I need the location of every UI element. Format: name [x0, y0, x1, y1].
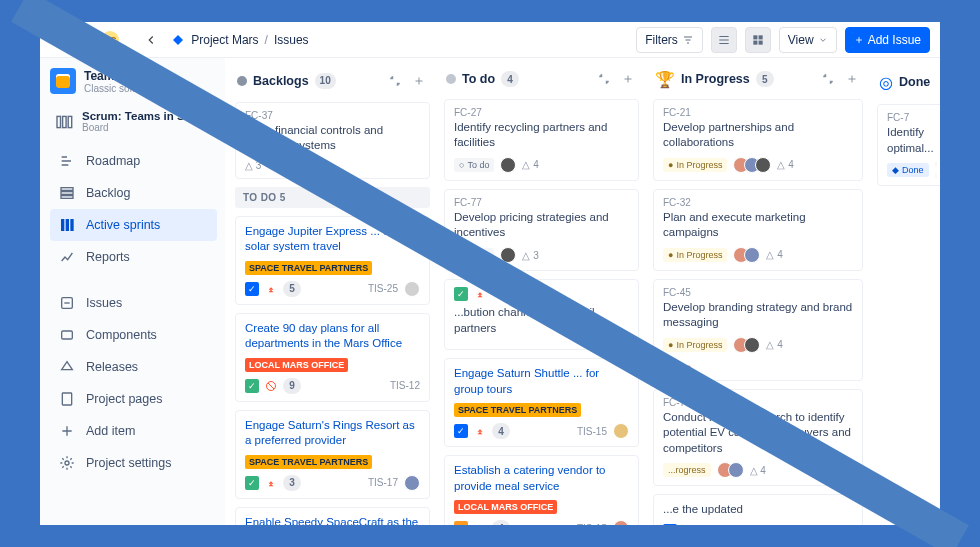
- grid-icon: [751, 33, 765, 47]
- grid-view-button[interactable]: [745, 27, 771, 53]
- svg-rect-10: [61, 219, 64, 231]
- view-button[interactable]: View: [779, 27, 837, 53]
- kanban-board: Backlogs 10 FC-37 ...lish financial cont…: [225, 58, 940, 525]
- arrow-left-icon: [144, 33, 158, 47]
- status-pill: ○ To do: [454, 158, 494, 172]
- board-title: Scrum: Teams in S...: [82, 110, 195, 122]
- checkbox-icon: ↗: [454, 521, 468, 525]
- sidebar-item-components[interactable]: Components: [50, 319, 217, 351]
- issue-card[interactable]: Create 90 day plans for all departments …: [235, 313, 430, 402]
- issue-card[interactable]: FC-45 Develop branding strategy and bran…: [653, 279, 863, 381]
- issues-icon: [58, 294, 76, 312]
- issue-card[interactable]: Enable Speedy SpaceCraft as the preferre…: [235, 507, 430, 525]
- checkbox-icon: ✓: [245, 282, 259, 296]
- issue-key: TIS-25: [368, 283, 398, 294]
- issue-card[interactable]: FC-27 Identify recycling partners and fa…: [444, 99, 639, 181]
- svg-rect-8: [61, 192, 73, 195]
- svg-rect-7: [61, 188, 73, 191]
- issue-id: FC-32: [663, 197, 853, 208]
- issue-card[interactable]: FC-37 ...lish financial controls and rep…: [235, 102, 430, 179]
- sidebar-item-project-settings[interactable]: Project settings: [50, 447, 217, 479]
- sidebar-item-issues[interactable]: Issues: [50, 287, 217, 319]
- project-header[interactable]: Teams in Sp... Classic software pr...: [50, 68, 217, 94]
- issue-card[interactable]: FC-7 Identify optimal... ◆ Done: [877, 104, 940, 186]
- issue-key: TIS-17: [368, 477, 398, 488]
- sidebar-item-label: Add item: [86, 424, 135, 438]
- priority-meta: △ 4: [750, 465, 766, 476]
- board-selector[interactable]: Scrum: Teams in S... Board: [50, 104, 217, 139]
- issue-title: Conduct market research to identify pote…: [663, 410, 853, 457]
- sidebar-item-backlog[interactable]: Backlog: [50, 177, 217, 209]
- status-pill: ◆ Done: [887, 163, 929, 177]
- collapse-icon[interactable]: [386, 72, 404, 90]
- breadcrumb-sep: /: [265, 33, 268, 47]
- issue-title: ...lish financial controls and reporting…: [245, 123, 420, 154]
- checkbox-icon: ✓: [245, 379, 259, 393]
- issue-title: Identify recycling partners and faciliti…: [454, 120, 629, 151]
- back-button[interactable]: [139, 28, 163, 52]
- issue-key: TIS-12: [390, 380, 420, 391]
- collapse-icon[interactable]: [819, 70, 837, 88]
- issue-title: Engage Saturn's Rings Resort as a prefer…: [245, 418, 420, 449]
- add-icon: [58, 422, 76, 440]
- issue-title: Enable Speedy SpaceCraft as the preferre…: [245, 515, 420, 525]
- sidebar-item-label: Roadmap: [86, 154, 140, 168]
- add-issue-button[interactable]: Add Issue: [845, 27, 930, 53]
- sidebar-item-add-item[interactable]: Add item: [50, 415, 217, 447]
- assignee-avatar: [935, 162, 937, 178]
- issue-title: Establish a catering vendor to provide m…: [454, 463, 629, 494]
- priority-highest-icon: [265, 477, 277, 489]
- status-dot-icon: [237, 76, 247, 86]
- issue-card[interactable]: FC-78 Conduct market research to identif…: [653, 389, 863, 487]
- sidebar-item-active-sprints[interactable]: Active sprints: [50, 209, 217, 241]
- sidebar-item-label: Releases: [86, 360, 138, 374]
- issue-card[interactable]: FC-21 Develop partnerships and collabora…: [653, 99, 863, 181]
- priority-meta: △ 4: [766, 339, 782, 350]
- svg-rect-15: [62, 393, 71, 405]
- gear-icon: [58, 454, 76, 472]
- assignee-stack: [733, 337, 760, 353]
- issue-id: FC-45: [663, 287, 853, 298]
- breadcrumb-project[interactable]: Project Mars: [191, 33, 258, 47]
- issue-title: Develop pricing strategies and incentive…: [454, 210, 629, 241]
- breadcrumb: Project Mars / Issues: [171, 33, 308, 47]
- add-card-icon[interactable]: [843, 70, 861, 88]
- svg-rect-9: [61, 196, 73, 199]
- checkbox-icon: ✓: [663, 359, 677, 373]
- sidebar-item-project-pages[interactable]: Project pages: [50, 383, 217, 415]
- board-subtitle: Board: [82, 122, 195, 133]
- add-card-icon[interactable]: [410, 72, 428, 90]
- issue-card[interactable]: Establish a catering vendor to provide m…: [444, 455, 639, 525]
- priority-meta: △ 4: [777, 159, 793, 170]
- project-switcher[interactable]: ...st Mars SG: [50, 31, 119, 49]
- sidebar-item-roadmap[interactable]: Roadmap: [50, 145, 217, 177]
- issue-title: Identify optimal...: [887, 125, 937, 156]
- story-points: 5: [283, 281, 301, 297]
- checkbox-icon: ✓: [454, 424, 468, 438]
- filters-button[interactable]: Filters: [636, 27, 703, 53]
- list-view-button[interactable]: [711, 27, 737, 53]
- collapse-icon[interactable]: [595, 70, 613, 88]
- issue-card[interactable]: FC-32 Plan and execute marketing campaig…: [653, 189, 863, 271]
- sidebar-item-reports[interactable]: Reports: [50, 241, 217, 273]
- issue-card[interactable]: ✓ ...bution channels and retail partners: [444, 279, 639, 350]
- sidebar-item-label: Project settings: [86, 456, 171, 470]
- issue-card[interactable]: ...e the updated ✓: [653, 494, 863, 525]
- svg-point-16: [65, 461, 69, 465]
- breadcrumb-section[interactable]: Issues: [274, 33, 309, 47]
- issue-card[interactable]: Engage Saturn Shuttle ... for group tour…: [444, 358, 639, 447]
- issue-title: ...bution channels and retail partners: [454, 305, 629, 336]
- add-issue-label: Add Issue: [868, 33, 921, 47]
- checkbox-icon: ✓: [454, 287, 468, 301]
- svg-rect-6: [68, 116, 72, 127]
- issue-card[interactable]: Engage Saturn's Rings Resort as a prefer…: [235, 410, 430, 499]
- issue-title: Develop partnerships and collaborations: [663, 120, 853, 151]
- add-card-icon[interactable]: [619, 70, 637, 88]
- issue-card[interactable]: Engage Jupiter Express ... outer solar s…: [235, 216, 430, 305]
- issue-card[interactable]: FC-77 Develop pricing strategies and inc…: [444, 189, 639, 271]
- sidebar-item-releases[interactable]: Releases: [50, 351, 217, 383]
- filters-label: Filters: [645, 33, 678, 47]
- svg-rect-11: [66, 219, 69, 231]
- issue-title: Engage Saturn Shuttle ... for group tour…: [454, 366, 629, 397]
- components-icon: [58, 326, 76, 344]
